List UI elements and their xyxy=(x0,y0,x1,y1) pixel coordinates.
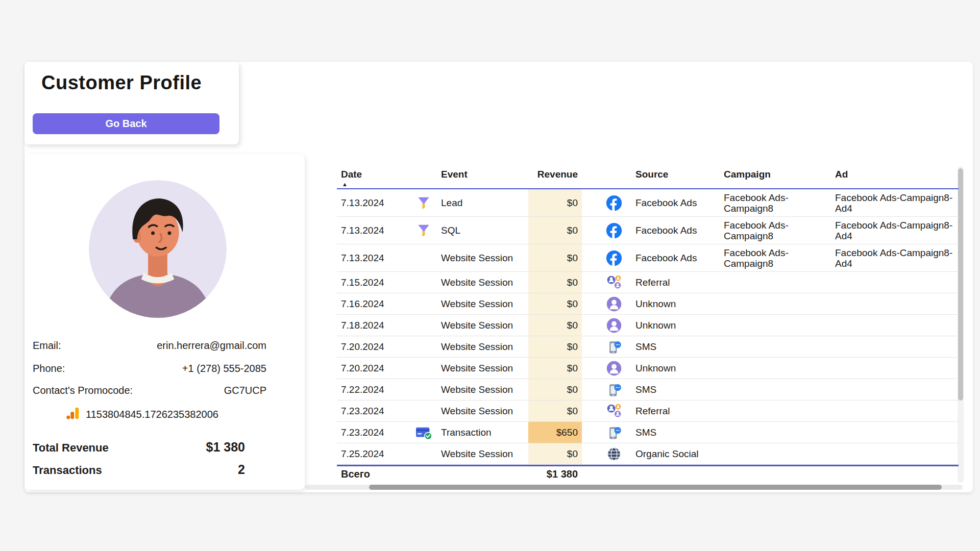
event-icon-empty xyxy=(408,272,439,293)
table-row[interactable]: 7.22.2024Website Session$0SMS xyxy=(337,379,959,400)
cell-source: Unknown xyxy=(630,293,720,314)
cell-event: Website Session xyxy=(439,400,528,421)
cell-event: Website Session xyxy=(439,244,528,271)
column-header-ad[interactable]: Ad xyxy=(832,166,959,188)
cell-revenue: $0 xyxy=(528,244,582,271)
facebook-icon xyxy=(597,217,630,244)
cell-campaign: Facebook Ads-Campaign8 xyxy=(720,189,832,216)
person-icon xyxy=(597,315,630,336)
spacer xyxy=(582,315,597,336)
sort-asc-icon: ▲ xyxy=(342,182,348,187)
google-analytics-icon xyxy=(65,406,81,423)
transactions-label: Transactions xyxy=(33,464,102,477)
table-row[interactable]: 7.25.2024Website Session$0Organic Social xyxy=(337,443,959,465)
cell-campaign xyxy=(720,400,832,421)
referral-icon xyxy=(597,400,630,421)
cell-campaign xyxy=(720,422,832,443)
email-value: erin.herrera@gmail.com xyxy=(157,340,266,352)
transactions-value: 2 xyxy=(238,462,245,477)
cell-event: Transaction xyxy=(439,422,528,443)
table-row[interactable]: 7.16.2024Website Session$0Unknown xyxy=(337,293,959,315)
table-header: Date ▲ Event Revenue Source Campaign Ad xyxy=(337,166,959,189)
cell-ad: Facebook Ads-Campaign8-Ad4 xyxy=(832,217,959,244)
spacer xyxy=(582,379,597,400)
cell-source: Unknown xyxy=(630,315,720,336)
referral-icon xyxy=(597,272,630,293)
table-row[interactable]: 7.13.2024Lead$0Facebook AdsFacebook Ads-… xyxy=(337,189,959,217)
cell-campaign: Facebook Ads-Campaign8 xyxy=(720,244,832,271)
column-header-source[interactable]: Source xyxy=(630,166,720,188)
table-row[interactable]: 7.13.2024Website Session$0Facebook AdsFa… xyxy=(337,244,959,272)
table-row[interactable]: 7.13.2024SQL$0Facebook AdsFacebook Ads-C… xyxy=(337,217,959,244)
events-table: Date ▲ Event Revenue Source Campaign Ad … xyxy=(337,166,959,482)
cell-source: SMS xyxy=(630,379,720,400)
date-header-label: Date xyxy=(341,169,362,180)
person-icon xyxy=(597,293,630,314)
cell-campaign xyxy=(720,379,832,400)
spacer xyxy=(582,272,597,293)
cell-revenue: $0 xyxy=(528,293,582,314)
total-revenue-row: Total Revenue $1 380 xyxy=(33,440,245,455)
cell-event: Lead xyxy=(439,189,528,216)
promocode-row: Contact's Promocode: GC7UCP xyxy=(33,385,266,396)
horizontal-scrollbar-thumb[interactable] xyxy=(369,485,942,490)
facebook-icon xyxy=(597,244,630,271)
table-row[interactable]: 7.15.2024Website Session$0Referral xyxy=(337,272,959,293)
cell-event: Website Session xyxy=(439,293,528,314)
phone-value: +1 (278) 555-2085 xyxy=(182,363,266,374)
column-header-revenue[interactable]: Revenue xyxy=(528,166,582,188)
cell-date: 7.13.2024 xyxy=(337,244,408,271)
table-row[interactable]: 7.23.2024Website Session$0Referral xyxy=(337,400,959,422)
cell-ad xyxy=(832,293,959,314)
profile-card: Email: erin.herrera@gmail.com Phone: +1 … xyxy=(24,154,305,490)
cell-revenue: $650 xyxy=(528,422,582,443)
cell-ad xyxy=(832,379,959,400)
ga-client-id-value: 1153804845.1726235382006 xyxy=(86,409,218,420)
cell-source: SMS xyxy=(630,336,720,357)
spacer xyxy=(582,217,597,244)
cell-revenue: $0 xyxy=(528,315,582,336)
cell-campaign xyxy=(720,293,832,314)
cell-event: Website Session xyxy=(439,336,528,357)
column-header-event[interactable]: Event xyxy=(439,166,528,188)
cell-ad xyxy=(832,272,959,293)
table-footer: Всего $1 380 xyxy=(337,465,959,482)
spacer xyxy=(582,443,597,464)
total-revenue-label: Total Revenue xyxy=(33,441,109,455)
cell-revenue: $0 xyxy=(528,443,582,464)
cell-revenue: $0 xyxy=(528,379,582,400)
event-icon-empty xyxy=(408,293,439,314)
spacer xyxy=(582,358,597,379)
cell-date: 7.22.2024 xyxy=(337,379,408,400)
phone-label: Phone: xyxy=(33,363,65,374)
cell-campaign xyxy=(720,443,832,464)
cell-ad xyxy=(832,315,959,336)
cell-source: Facebook Ads xyxy=(630,244,720,271)
spacer xyxy=(582,336,597,357)
cell-revenue: $0 xyxy=(528,400,582,421)
spacer xyxy=(582,189,597,216)
event-icon-empty xyxy=(408,336,439,357)
go-back-button[interactable]: Go Back xyxy=(33,113,219,134)
cell-source: Organic Social xyxy=(630,443,720,464)
column-header-campaign[interactable]: Campaign xyxy=(720,166,832,188)
cell-ad xyxy=(832,422,959,443)
column-header-date[interactable]: Date ▲ xyxy=(337,166,408,188)
table-row[interactable]: 7.23.2024Transaction$650SMS xyxy=(337,422,959,443)
avatar xyxy=(89,180,227,318)
cell-ad xyxy=(832,336,959,357)
table-row[interactable]: 7.18.2024Website Session$0Unknown xyxy=(337,315,959,336)
funnel-icon xyxy=(408,189,439,216)
sms-icon xyxy=(597,336,630,357)
cell-ad: Facebook Ads-Campaign8-Ad4 xyxy=(832,244,959,271)
table-row[interactable]: 7.20.2024Website Session$0SMS xyxy=(337,336,959,358)
cell-date: 7.20.2024 xyxy=(337,336,408,357)
cell-source: Facebook Ads xyxy=(630,189,720,216)
vertical-scrollbar-thumb[interactable] xyxy=(958,168,963,400)
event-icon-empty xyxy=(408,400,439,421)
cell-date: 7.13.2024 xyxy=(337,217,408,244)
table-row[interactable]: 7.20.2024Website Session$0Unknown xyxy=(337,358,959,379)
cell-source: Referral xyxy=(630,272,720,293)
funnel-icon xyxy=(408,217,439,244)
cell-source: SMS xyxy=(630,422,720,443)
